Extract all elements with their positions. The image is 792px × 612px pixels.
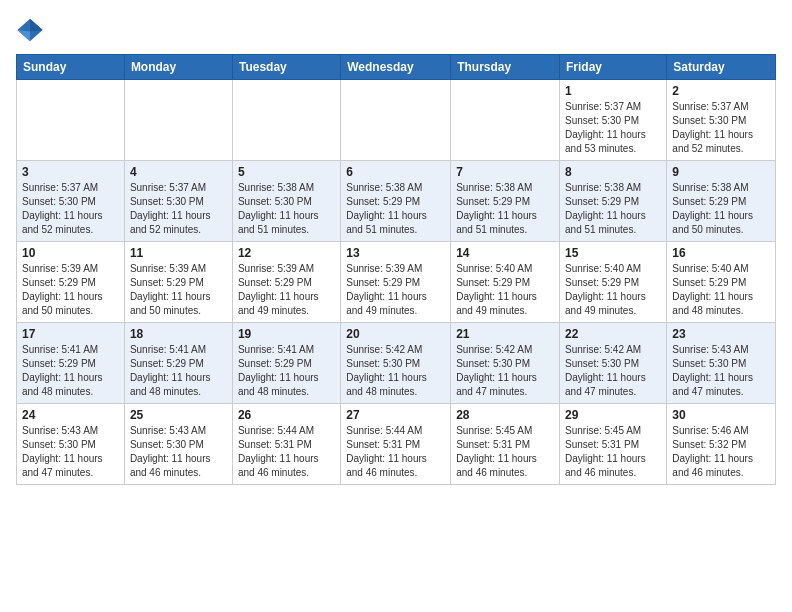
calendar-cell: 29Sunrise: 5:45 AM Sunset: 5:31 PM Dayli… (560, 404, 667, 485)
svg-marker-1 (30, 19, 43, 32)
day-info: Sunrise: 5:46 AM Sunset: 5:32 PM Dayligh… (672, 424, 770, 480)
day-info: Sunrise: 5:41 AM Sunset: 5:29 PM Dayligh… (130, 343, 227, 399)
day-number: 9 (672, 165, 770, 179)
logo (16, 16, 48, 44)
calendar-cell (17, 80, 125, 161)
day-number: 13 (346, 246, 445, 260)
day-number: 6 (346, 165, 445, 179)
calendar-cell: 24Sunrise: 5:43 AM Sunset: 5:30 PM Dayli… (17, 404, 125, 485)
day-info: Sunrise: 5:38 AM Sunset: 5:30 PM Dayligh… (238, 181, 335, 237)
day-info: Sunrise: 5:45 AM Sunset: 5:31 PM Dayligh… (456, 424, 554, 480)
day-number: 21 (456, 327, 554, 341)
day-number: 15 (565, 246, 661, 260)
day-info: Sunrise: 5:39 AM Sunset: 5:29 PM Dayligh… (238, 262, 335, 318)
calendar-cell: 8Sunrise: 5:38 AM Sunset: 5:29 PM Daylig… (560, 161, 667, 242)
calendar-week-row: 1Sunrise: 5:37 AM Sunset: 5:30 PM Daylig… (17, 80, 776, 161)
calendar-header-row: SundayMondayTuesdayWednesdayThursdayFrid… (17, 55, 776, 80)
calendar-cell: 12Sunrise: 5:39 AM Sunset: 5:29 PM Dayli… (232, 242, 340, 323)
day-info: Sunrise: 5:40 AM Sunset: 5:29 PM Dayligh… (456, 262, 554, 318)
calendar-header-friday: Friday (560, 55, 667, 80)
calendar-cell: 25Sunrise: 5:43 AM Sunset: 5:30 PM Dayli… (124, 404, 232, 485)
calendar-cell: 26Sunrise: 5:44 AM Sunset: 5:31 PM Dayli… (232, 404, 340, 485)
calendar-header-tuesday: Tuesday (232, 55, 340, 80)
day-number: 18 (130, 327, 227, 341)
day-number: 22 (565, 327, 661, 341)
day-number: 14 (456, 246, 554, 260)
day-number: 30 (672, 408, 770, 422)
day-number: 11 (130, 246, 227, 260)
day-number: 26 (238, 408, 335, 422)
calendar-header-saturday: Saturday (667, 55, 776, 80)
day-number: 17 (22, 327, 119, 341)
calendar-cell: 15Sunrise: 5:40 AM Sunset: 5:29 PM Dayli… (560, 242, 667, 323)
day-number: 16 (672, 246, 770, 260)
day-number: 29 (565, 408, 661, 422)
header (16, 16, 776, 44)
page: SundayMondayTuesdayWednesdayThursdayFrid… (0, 0, 792, 501)
day-info: Sunrise: 5:39 AM Sunset: 5:29 PM Dayligh… (130, 262, 227, 318)
day-number: 1 (565, 84, 661, 98)
day-number: 25 (130, 408, 227, 422)
day-info: Sunrise: 5:38 AM Sunset: 5:29 PM Dayligh… (346, 181, 445, 237)
day-info: Sunrise: 5:38 AM Sunset: 5:29 PM Dayligh… (565, 181, 661, 237)
calendar-cell: 28Sunrise: 5:45 AM Sunset: 5:31 PM Dayli… (451, 404, 560, 485)
day-info: Sunrise: 5:41 AM Sunset: 5:29 PM Dayligh… (22, 343, 119, 399)
calendar-cell (232, 80, 340, 161)
day-number: 24 (22, 408, 119, 422)
day-info: Sunrise: 5:45 AM Sunset: 5:31 PM Dayligh… (565, 424, 661, 480)
day-info: Sunrise: 5:37 AM Sunset: 5:30 PM Dayligh… (22, 181, 119, 237)
calendar-header-wednesday: Wednesday (341, 55, 451, 80)
calendar-header-sunday: Sunday (17, 55, 125, 80)
day-number: 23 (672, 327, 770, 341)
calendar-cell: 18Sunrise: 5:41 AM Sunset: 5:29 PM Dayli… (124, 323, 232, 404)
day-number: 10 (22, 246, 119, 260)
day-info: Sunrise: 5:43 AM Sunset: 5:30 PM Dayligh… (22, 424, 119, 480)
calendar-cell: 5Sunrise: 5:38 AM Sunset: 5:30 PM Daylig… (232, 161, 340, 242)
day-number: 2 (672, 84, 770, 98)
day-info: Sunrise: 5:42 AM Sunset: 5:30 PM Dayligh… (456, 343, 554, 399)
calendar-cell: 22Sunrise: 5:42 AM Sunset: 5:30 PM Dayli… (560, 323, 667, 404)
day-number: 8 (565, 165, 661, 179)
day-number: 20 (346, 327, 445, 341)
calendar-cell: 11Sunrise: 5:39 AM Sunset: 5:29 PM Dayli… (124, 242, 232, 323)
calendar-week-row: 17Sunrise: 5:41 AM Sunset: 5:29 PM Dayli… (17, 323, 776, 404)
calendar-week-row: 10Sunrise: 5:39 AM Sunset: 5:29 PM Dayli… (17, 242, 776, 323)
svg-marker-2 (17, 30, 30, 41)
day-number: 28 (456, 408, 554, 422)
day-info: Sunrise: 5:43 AM Sunset: 5:30 PM Dayligh… (130, 424, 227, 480)
calendar-cell: 23Sunrise: 5:43 AM Sunset: 5:30 PM Dayli… (667, 323, 776, 404)
day-number: 7 (456, 165, 554, 179)
calendar-cell (341, 80, 451, 161)
calendar-week-row: 24Sunrise: 5:43 AM Sunset: 5:30 PM Dayli… (17, 404, 776, 485)
calendar-week-row: 3Sunrise: 5:37 AM Sunset: 5:30 PM Daylig… (17, 161, 776, 242)
day-info: Sunrise: 5:37 AM Sunset: 5:30 PM Dayligh… (672, 100, 770, 156)
day-info: Sunrise: 5:37 AM Sunset: 5:30 PM Dayligh… (130, 181, 227, 237)
day-info: Sunrise: 5:38 AM Sunset: 5:29 PM Dayligh… (672, 181, 770, 237)
day-info: Sunrise: 5:40 AM Sunset: 5:29 PM Dayligh… (565, 262, 661, 318)
day-number: 5 (238, 165, 335, 179)
day-info: Sunrise: 5:39 AM Sunset: 5:29 PM Dayligh… (346, 262, 445, 318)
calendar-cell: 27Sunrise: 5:44 AM Sunset: 5:31 PM Dayli… (341, 404, 451, 485)
day-info: Sunrise: 5:40 AM Sunset: 5:29 PM Dayligh… (672, 262, 770, 318)
logo-icon (16, 16, 44, 44)
calendar-cell: 19Sunrise: 5:41 AM Sunset: 5:29 PM Dayli… (232, 323, 340, 404)
day-info: Sunrise: 5:41 AM Sunset: 5:29 PM Dayligh… (238, 343, 335, 399)
day-number: 3 (22, 165, 119, 179)
calendar-cell: 20Sunrise: 5:42 AM Sunset: 5:30 PM Dayli… (341, 323, 451, 404)
calendar-cell: 14Sunrise: 5:40 AM Sunset: 5:29 PM Dayli… (451, 242, 560, 323)
calendar-cell (124, 80, 232, 161)
calendar-header-monday: Monday (124, 55, 232, 80)
calendar-cell: 10Sunrise: 5:39 AM Sunset: 5:29 PM Dayli… (17, 242, 125, 323)
day-number: 4 (130, 165, 227, 179)
day-number: 19 (238, 327, 335, 341)
calendar-cell: 1Sunrise: 5:37 AM Sunset: 5:30 PM Daylig… (560, 80, 667, 161)
calendar-cell: 3Sunrise: 5:37 AM Sunset: 5:30 PM Daylig… (17, 161, 125, 242)
day-number: 27 (346, 408, 445, 422)
day-info: Sunrise: 5:43 AM Sunset: 5:30 PM Dayligh… (672, 343, 770, 399)
day-info: Sunrise: 5:44 AM Sunset: 5:31 PM Dayligh… (346, 424, 445, 480)
day-info: Sunrise: 5:44 AM Sunset: 5:31 PM Dayligh… (238, 424, 335, 480)
calendar-cell: 7Sunrise: 5:38 AM Sunset: 5:29 PM Daylig… (451, 161, 560, 242)
calendar-cell: 4Sunrise: 5:37 AM Sunset: 5:30 PM Daylig… (124, 161, 232, 242)
calendar-cell: 17Sunrise: 5:41 AM Sunset: 5:29 PM Dayli… (17, 323, 125, 404)
day-number: 12 (238, 246, 335, 260)
